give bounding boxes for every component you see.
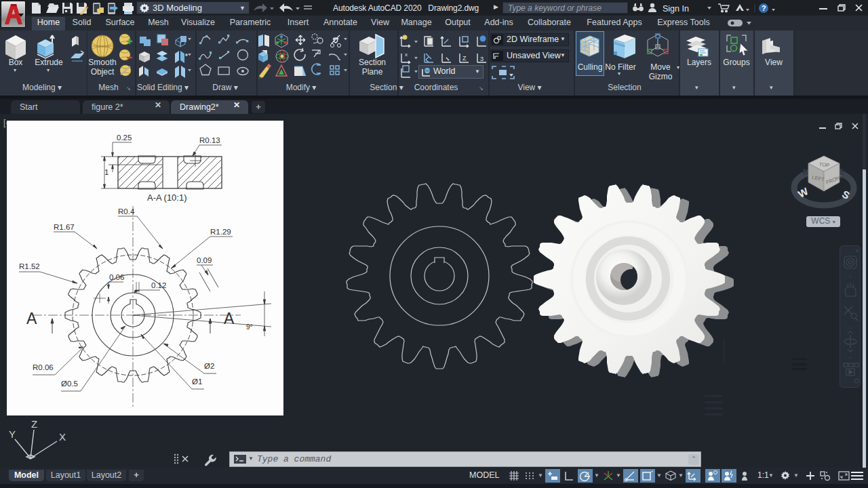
svg-text:Ø1: Ø1 <box>192 378 202 386</box>
svg-text:9°: 9° <box>246 323 253 331</box>
svg-text:0.25: 0.25 <box>117 134 132 142</box>
svg-text:Ø2: Ø2 <box>204 362 214 370</box>
svg-text:R1.67: R1.67 <box>54 223 75 231</box>
svg-text:1: 1 <box>104 168 108 176</box>
svg-text:R0.06: R0.06 <box>33 363 54 371</box>
svg-text:?: ? <box>762 4 766 12</box>
svg-text:0.12: 0.12 <box>151 281 166 289</box>
svg-text:3: 3 <box>480 56 484 62</box>
svg-text:Sign In: Sign In <box>663 4 689 14</box>
svg-text:0.06: 0.06 <box>109 273 124 281</box>
svg-text:Y: Y <box>9 428 16 440</box>
svg-text:R0.4: R0.4 <box>118 207 135 216</box>
svg-text:R1.29: R1.29 <box>210 228 231 236</box>
svg-text:A: A <box>224 310 235 327</box>
svg-text:Ø0.5: Ø0.5 <box>61 380 78 388</box>
svg-text:A: A <box>26 310 37 327</box>
svg-text:R0.13: R0.13 <box>199 136 220 144</box>
svg-text:A-A (10:1): A-A (10:1) <box>147 192 187 203</box>
svg-text:X: X <box>59 431 66 443</box>
svg-text:x: x <box>405 52 408 58</box>
svg-text:R1.52: R1.52 <box>19 262 40 270</box>
svg-text:Z: Z <box>462 55 467 62</box>
svg-text:Z: Z <box>31 419 37 430</box>
svg-text:0.09: 0.09 <box>197 256 212 264</box>
